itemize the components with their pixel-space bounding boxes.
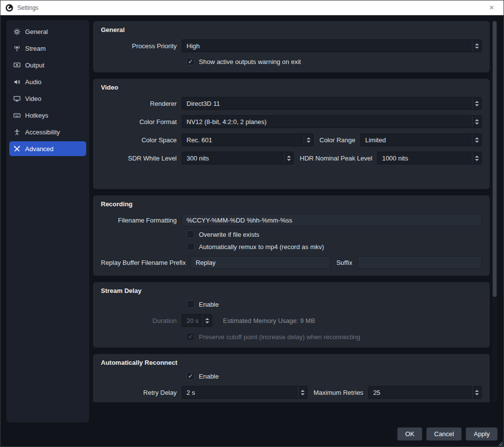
active-outputs-warning-checkbox[interactable] xyxy=(187,58,194,65)
sidebar-item-accessibility[interactable]: Accessibility xyxy=(9,125,86,139)
replay-prefix-input[interactable] xyxy=(190,256,330,269)
cancel-button[interactable]: Cancel xyxy=(426,427,462,441)
reconnect-enable-checkbox[interactable] xyxy=(187,372,194,380)
sidebar-item-general[interactable]: General xyxy=(9,24,86,39)
preserve-cutoff-checkbox[interactable] xyxy=(187,333,194,341)
section-stream-delay: Stream Delay Enable Duration 20 s Estima… xyxy=(93,282,490,348)
sidebar-item-label: Stream xyxy=(25,45,46,52)
obs-logo-icon xyxy=(5,4,13,12)
sidebar-item-label: Accessibility xyxy=(25,128,60,136)
display-icon xyxy=(13,95,21,102)
filename-formatting-input[interactable] xyxy=(182,214,482,226)
dropdown-arrows-icon xyxy=(472,97,481,109)
section-general: General Process Priority High Show activ… xyxy=(93,21,490,72)
sidebar-item-label: General xyxy=(25,28,48,35)
memory-usage-text: Estimated Memory Usage: 9 MB xyxy=(223,317,315,324)
color-range-select[interactable]: Limited xyxy=(360,133,482,146)
stepper-arrows-icon xyxy=(202,315,212,326)
color-space-select[interactable]: Rec. 601 xyxy=(182,133,314,146)
sdr-white-level-label: SDR White Level xyxy=(101,155,182,162)
section-recording: Recording Filename Formatting Overwrite … xyxy=(93,195,490,276)
replay-prefix-label: Replay Buffer Filename Prefix xyxy=(101,259,190,266)
process-priority-label: Process Priority xyxy=(101,42,182,50)
section-title: Video xyxy=(101,84,482,91)
overwrite-label[interactable]: Overwrite if file exists xyxy=(199,231,259,238)
max-retries-spinner[interactable]: 25 xyxy=(368,386,482,399)
scrollbar-thumb[interactable] xyxy=(493,21,497,297)
max-retries-label: Maximum Retries xyxy=(314,389,363,396)
sidebar-item-stream[interactable]: Stream xyxy=(9,41,86,56)
process-priority-select[interactable]: High xyxy=(182,39,482,52)
reconnect-enable-label[interactable]: Enable xyxy=(199,373,219,380)
sidebar-item-output[interactable]: Output xyxy=(9,58,86,72)
stepper-arrows-icon[interactable] xyxy=(472,152,481,164)
footer-buttons: OK Cancel Apply xyxy=(397,427,498,441)
dropdown-arrows-icon xyxy=(304,134,313,146)
sidebar: General Stream Output Audio Video Hotkey xyxy=(6,20,89,422)
color-space-label: Color Space xyxy=(101,136,182,144)
gear-icon xyxy=(13,28,21,35)
dropdown-arrows-icon xyxy=(472,116,481,128)
antenna-icon xyxy=(13,45,21,52)
renderer-label: Renderer xyxy=(101,100,182,107)
overwrite-checkbox[interactable] xyxy=(187,230,194,238)
section-auto-reconnect: Automatically Reconnect Enable Retry Del… xyxy=(93,354,490,402)
stepper-arrows-icon[interactable] xyxy=(472,386,481,398)
main-area: General Stream Output Audio Video Hotkey xyxy=(0,15,504,447)
section-title: Recording xyxy=(101,200,482,208)
color-format-label: Color Format xyxy=(101,118,182,126)
window-title: Settings xyxy=(17,4,485,11)
settings-content: General Process Priority High Show activ… xyxy=(93,20,490,402)
monitor-share-icon xyxy=(13,62,21,69)
color-format-select[interactable]: NV12 (8-bit, 4:2:0, 2 planes) xyxy=(182,115,482,128)
active-outputs-warning-label[interactable]: Show active outputs warning on exit xyxy=(199,58,301,65)
sidebar-item-label: Audio xyxy=(25,78,41,86)
remux-label[interactable]: Automatically remux to mp4 (record as mk… xyxy=(199,243,324,251)
apply-button[interactable]: Apply xyxy=(466,427,498,441)
section-title: General xyxy=(101,26,482,33)
sidebar-item-video[interactable]: Video xyxy=(9,91,86,106)
sidebar-item-audio[interactable]: Audio xyxy=(9,74,86,89)
sidebar-item-advanced[interactable]: Advanced xyxy=(9,141,86,156)
speaker-icon xyxy=(13,78,21,86)
vertical-scrollbar[interactable] xyxy=(492,20,497,402)
duration-label: Duration xyxy=(101,317,182,324)
preserve-cutoff-label[interactable]: Preserve cutoff point (increase delay) w… xyxy=(199,333,360,341)
hdr-peak-level-spinner[interactable]: 1000 nits xyxy=(377,152,482,164)
stream-delay-enable-checkbox[interactable] xyxy=(187,300,194,308)
sidebar-item-label: Hotkeys xyxy=(25,112,48,119)
hdr-peak-level-label: HDR Nominal Peak Level xyxy=(300,155,372,162)
sdr-white-level-spinner[interactable]: 300 nits xyxy=(182,152,294,164)
retry-delay-spinner[interactable]: 2 s xyxy=(182,386,308,399)
sidebar-item-label: Output xyxy=(25,62,44,69)
suffix-label: Suffix xyxy=(336,259,352,266)
filename-formatting-label: Filename Formatting xyxy=(101,217,182,224)
person-icon xyxy=(13,128,21,136)
resize-grip[interactable] xyxy=(497,441,503,446)
keyboard-icon xyxy=(13,112,21,119)
sidebar-item-label: Advanced xyxy=(25,145,54,153)
retry-delay-label: Retry Delay xyxy=(101,389,182,396)
section-video: Video Renderer Direct3D 11 Color Format … xyxy=(93,79,490,189)
ok-button[interactable]: OK xyxy=(397,427,422,441)
section-title: Stream Delay xyxy=(101,287,482,294)
stepper-arrows-icon[interactable] xyxy=(298,386,307,398)
sidebar-item-hotkeys[interactable]: Hotkeys xyxy=(9,108,86,123)
settings-window: Settings ✕ General Stream Output Audio xyxy=(0,0,504,447)
renderer-select[interactable]: Direct3D 11 xyxy=(182,97,482,110)
color-range-label: Color Range xyxy=(319,136,355,144)
section-title: Automatically Reconnect xyxy=(101,359,482,366)
stepper-arrows-icon[interactable] xyxy=(284,152,293,164)
stream-delay-enable-label[interactable]: Enable xyxy=(199,301,219,308)
duration-spinner[interactable]: 20 s xyxy=(182,314,212,327)
titlebar: Settings ✕ xyxy=(0,0,504,15)
close-icon[interactable]: ✕ xyxy=(485,4,499,11)
dropdown-arrows-icon xyxy=(472,134,481,146)
remux-checkbox[interactable] xyxy=(187,243,194,251)
dropdown-arrows-icon xyxy=(472,40,481,52)
tools-icon xyxy=(13,145,21,153)
suffix-input[interactable] xyxy=(357,256,482,269)
sidebar-item-label: Video xyxy=(25,95,41,102)
